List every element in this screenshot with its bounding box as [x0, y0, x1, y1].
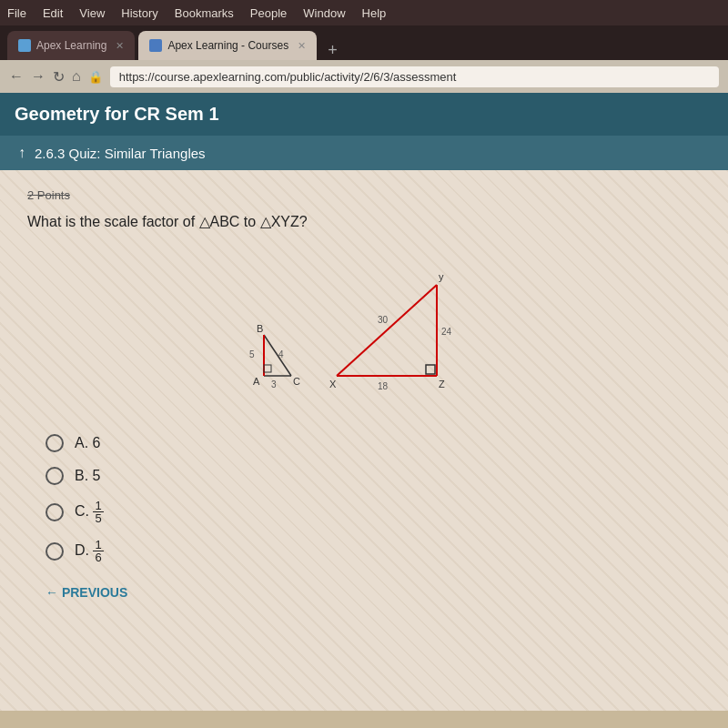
previous-button[interactable]: ← PREVIOUS — [46, 585, 127, 600]
home-button[interactable]: ⌂ — [72, 68, 81, 85]
choice-a-label: A. 6 — [75, 435, 100, 451]
address-bar: ← → ↻ ⌂ 🔒 — [0, 60, 728, 93]
choice-c-row[interactable]: C. 15 — [46, 500, 701, 524]
refresh-button[interactable]: ↻ — [53, 68, 65, 86]
fraction-c: 15 — [93, 500, 103, 524]
tab-apex-learning[interactable]: Apex Learning ✕ — [7, 31, 135, 60]
main-content: 2 Points What is the scale factor of △AB… — [0, 170, 728, 711]
label-y: y — [439, 271, 444, 282]
svg-line-1 — [264, 335, 291, 376]
radio-b[interactable] — [46, 467, 64, 485]
radio-d[interactable] — [46, 542, 64, 561]
menu-edit[interactable]: Edit — [43, 6, 63, 20]
side-ab-label: 5 — [249, 349, 255, 359]
tab-apex-courses[interactable]: Apex Learning - Courses ✕ — [138, 31, 317, 60]
tab-close-2[interactable]: ✕ — [298, 40, 306, 52]
choice-b-row[interactable]: B. 5 — [46, 467, 701, 485]
menu-bar: File Edit View History Bookmarks People … — [0, 0, 728, 25]
small-triangle: B A C 5 4 3 — [249, 323, 300, 389]
side-yz-label: 24 — [441, 327, 452, 337]
radio-a[interactable] — [46, 434, 64, 452]
menu-window[interactable]: Window — [303, 6, 345, 20]
course-header: Geometry for CR Sem 1 — [0, 93, 728, 136]
side-xz-label: 18 — [378, 381, 389, 391]
choice-c-label: C. 15 — [75, 500, 104, 524]
diagram-container: B A C 5 4 3 y X Z — [27, 248, 701, 412]
fraction-c-num: 1 — [93, 500, 103, 512]
tab-label-2: Apex Learning - Courses — [167, 39, 288, 52]
svg-rect-3 — [264, 365, 271, 372]
fraction-d-num: 1 — [93, 539, 103, 551]
side-ac-label: 3 — [271, 379, 277, 389]
svg-rect-7 — [426, 365, 435, 374]
label-c: C — [293, 376, 300, 387]
tab-close-1[interactable]: ✕ — [116, 40, 124, 52]
choice-a-row[interactable]: A. 6 — [46, 434, 701, 452]
menu-bookmarks[interactable]: Bookmarks — [175, 6, 234, 20]
radio-c[interactable] — [46, 503, 64, 521]
label-b: B — [257, 323, 263, 334]
new-tab-button[interactable]: + — [320, 41, 345, 60]
question-text: What is the scale factor of △ABC to △XYZ… — [27, 213, 701, 230]
quiz-title: 2.6.3 Quiz: Similar Triangles — [35, 146, 206, 161]
lock-icon: 🔒 — [88, 70, 103, 84]
tab-bar: Apex Learning ✕ Apex Learning - Courses … — [0, 25, 728, 60]
quiz-title-bar: ↑ 2.6.3 Quiz: Similar Triangles — [0, 136, 728, 170]
choice-d-row[interactable]: D. 16 — [46, 539, 701, 563]
menu-view[interactable]: View — [79, 6, 105, 20]
side-bc-label: 4 — [278, 349, 284, 359]
fraction-c-den: 5 — [93, 512, 103, 524]
svg-line-6 — [337, 285, 437, 376]
menu-help[interactable]: Help — [362, 6, 387, 20]
menu-history[interactable]: History — [121, 6, 157, 20]
label-z: Z — [439, 379, 445, 389]
forward-button[interactable]: → — [31, 68, 46, 85]
quiz-icon: ↑ — [18, 145, 25, 161]
tab-label-1: Apex Learning — [36, 39, 106, 52]
menu-file[interactable]: File — [7, 6, 26, 20]
choice-d-label: D. 16 — [75, 539, 104, 563]
tab-favicon-2 — [149, 39, 162, 52]
tab-favicon-1 — [18, 39, 31, 52]
nav-buttons: ← PREVIOUS — [27, 585, 701, 600]
label-a: A — [253, 376, 260, 387]
triangles-diagram: B A C 5 4 3 y X Z — [237, 248, 491, 412]
fraction-d-den: 6 — [93, 551, 103, 563]
label-x: X — [329, 379, 337, 389]
side-xy-label: 30 — [378, 315, 389, 325]
fraction-d: 16 — [93, 539, 103, 563]
course-title: Geometry for CR Sem 1 — [15, 104, 219, 124]
points-label: 2 Points — [27, 188, 701, 202]
large-triangle: y X Z 18 24 30 — [329, 271, 452, 391]
menu-people[interactable]: People — [250, 6, 287, 20]
choice-b-label: B. 5 — [75, 468, 100, 484]
url-input[interactable] — [110, 66, 719, 87]
back-button[interactable]: ← — [9, 68, 24, 85]
answer-choices: A. 6 B. 5 C. 15 D. 16 — [27, 434, 701, 563]
